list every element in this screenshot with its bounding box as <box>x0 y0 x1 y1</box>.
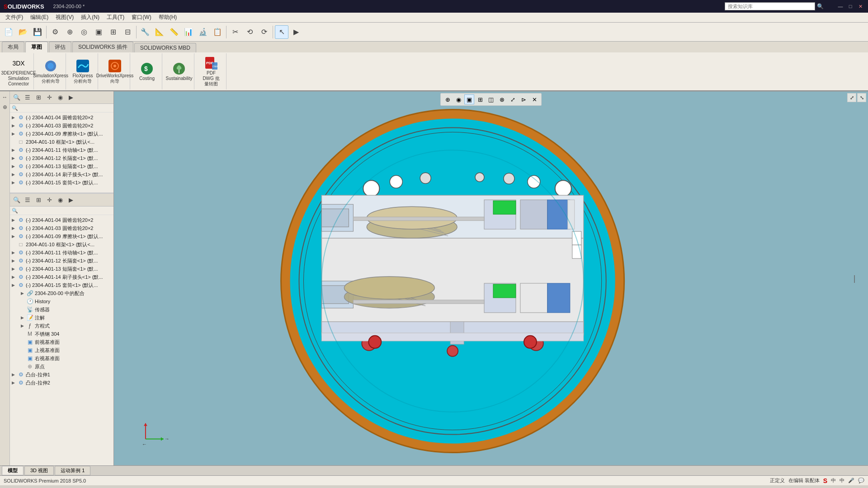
tree2-item-annotation[interactable]: ▶📝 注解 <box>10 314 113 322</box>
vt-btn4[interactable]: ⊞ <box>475 94 485 104</box>
tree-item-a01-03[interactable]: ▶⚙ (-) 2304-A01-03 圆锥齿轮20×2 <box>10 122 113 130</box>
pt-add[interactable]: ✛ <box>44 93 54 103</box>
menu-tools[interactable]: 工具(T) <box>103 13 128 22</box>
tree2-item-boss-extrude2[interactable]: ▶⚙ 凸台-拉伸2 <box>10 379 113 387</box>
tree2-item-front-plane[interactable]: ▶▣ 前视基准面 <box>10 338 113 346</box>
tb-btn6[interactable]: ⊟ <box>121 25 134 39</box>
pt-circle[interactable]: ◉ <box>55 93 65 103</box>
tree2-item-a01-14[interactable]: ▶⚙ (-) 2304-A01-14 刷子接头<1> (默... <box>10 273 113 281</box>
tb-btn13[interactable]: ✂ <box>228 25 242 39</box>
tb-btn16[interactable]: ▶ <box>289 25 303 39</box>
tb-btn7[interactable]: 🔧 <box>138 25 152 39</box>
btn-simulationxpress[interactable]: SimulationXpress分析向导 <box>39 57 62 85</box>
btn-floXpress[interactable]: FloXpress分析向导 <box>71 57 94 85</box>
pt-grid[interactable]: ⊞ <box>33 93 43 103</box>
tree2-item-top-plane[interactable]: ▶▣ 上视基准面 <box>10 346 113 354</box>
vt-btn2[interactable]: ◉ <box>453 94 463 104</box>
tb-btn5[interactable]: ⊞ <box>106 25 120 39</box>
tree2-item-material[interactable]: ▶M 不锈钢 304 <box>10 330 113 338</box>
vt-btn8[interactable]: ⊳ <box>519 94 528 104</box>
bottom-tab-model[interactable]: 模型 <box>2 466 24 475</box>
tab-layout[interactable]: 布局 <box>2 42 24 52</box>
tb-new[interactable]: 📄 <box>2 25 15 39</box>
tree2-item-history[interactable]: ▶🕐 History <box>10 297 113 305</box>
bottom-tab-3d[interactable]: 3D 视图 <box>24 466 54 475</box>
tree2-item-a01-15[interactable]: ▶⚙ (-) 2304-A01-15 套筒<1> (默认... <box>10 281 113 289</box>
tb-btn2[interactable]: ⊕ <box>63 25 76 39</box>
menu-window[interactable]: 窗口(W) <box>128 13 155 22</box>
tab-sw-mbd[interactable]: SOLIDWORKS MBD <box>134 43 196 52</box>
tree-item-a01-11[interactable]: ▶⚙ (-) 2304-A01-11 传动轴<1> (默... <box>10 146 113 154</box>
side-icon-2[interactable]: ⊕ <box>1 103 9 111</box>
tree2-item-a01-03[interactable]: ▶⚙ (-) 2304-A01-03 圆锥齿轮20×2 <box>10 224 113 232</box>
side-icon-1[interactable]: ↔ <box>1 93 9 101</box>
tree2-item-mating[interactable]: ▶🔗 2304-Z00-00 中的配合 <box>10 289 113 297</box>
minimize-button[interactable]: — <box>836 3 844 10</box>
tree2-item-a01-13[interactable]: ▶⚙ (-) 2304-A01-13 短隔套<1> (默... <box>10 265 113 273</box>
vt-btn1[interactable]: ⊕ <box>443 94 453 104</box>
tb-btn1[interactable]: ⚙ <box>48 25 62 39</box>
tree2-item-a01-09[interactable]: ▶⚙ (-) 2304-A01-09 摩擦块<1> (默认... <box>10 232 113 240</box>
pt-arrow[interactable]: ▶ <box>66 93 76 103</box>
tree-item-a01-12[interactable]: ▶⚙ (-) 2304-A01-12 长隔套<1> (默... <box>10 154 113 162</box>
maximize-button[interactable]: □ <box>846 3 854 10</box>
btn-3dexperience[interactable]: 3DX 3DEXPERIENCESimulationConnector <box>7 55 30 88</box>
tree2-item-origin[interactable]: ▶⊕ 原点 <box>10 362 113 371</box>
pt2-add[interactable]: ✛ <box>44 195 54 205</box>
tree-item-a01-09[interactable]: ▶⚙ (-) 2304-A01-09 摩擦块<1> (默认... <box>10 130 113 138</box>
tb-open[interactable]: 📂 <box>16 25 30 39</box>
pt2-list[interactable]: ☰ <box>23 195 33 205</box>
tb-btn10[interactable]: 📊 <box>182 25 195 39</box>
pt2-search[interactable]: 🔍 <box>12 195 22 205</box>
btn-driveWorksXpress[interactable]: DriveWorksXpress向导 <box>104 57 126 85</box>
vt-btn3[interactable]: ▣ <box>464 94 474 104</box>
tab-sketch[interactable]: 草图 <box>25 42 48 52</box>
tree-item-a01-13[interactable]: ▶⚙ (-) 2304-A01-13 短隔套<1> (默... <box>10 162 113 170</box>
menu-help[interactable]: 帮助(H) <box>155 13 181 22</box>
tree2-item-sensor[interactable]: ▶📡 传感器 <box>10 305 113 314</box>
menu-edit[interactable]: 编辑(E) <box>27 13 52 22</box>
tb-btn14[interactable]: ⟲ <box>243 25 256 39</box>
menu-view[interactable]: 视图(V) <box>52 13 77 22</box>
tree-item-a01-15-1[interactable]: ▶⚙ (-) 2304-A01-15 套筒<1> (默认... <box>10 178 113 187</box>
btn-pdf[interactable]: PDF DWG PDFDWG 批量转图 <box>200 55 222 88</box>
btn-sustainability[interactable]: Sustainability <box>168 60 190 83</box>
btn-costing[interactable]: $ Costing <box>136 60 158 83</box>
pt2-circle[interactable]: ◉ <box>55 195 65 205</box>
tb-btn12[interactable]: 📋 <box>211 25 224 39</box>
tree-item-a01-14[interactable]: ▶⚙ (-) 2304-A01-14 刷子接头<1> (默... <box>10 170 113 178</box>
tree2-item-right-plane[interactable]: ▶▣ 右视基准面 <box>10 354 113 362</box>
tb-save[interactable]: 💾 <box>31 25 44 39</box>
tab-sw-plugins[interactable]: SOLIDWORKS 插件 <box>72 42 133 52</box>
tree2-item-a01-11[interactable]: ▶⚙ (-) 2304-A01-11 传动轴<1> (默... <box>10 249 113 257</box>
pt2-arrow[interactable]: ▶ <box>66 195 76 205</box>
tree-item-a01-04[interactable]: ▶⚙ (-) 2304-A01-04 圆锥齿轮20×2 <box>10 113 113 122</box>
vt-btn7[interactable]: ⤢ <box>508 94 518 104</box>
menu-file[interactable]: 文件(F) <box>2 13 27 22</box>
pt-list[interactable]: ☰ <box>23 93 33 103</box>
tree2-item-equations[interactable]: ▶ƒ 方程式 <box>10 322 113 330</box>
tb-btn9[interactable]: 📏 <box>167 25 181 39</box>
vt-expand1[interactable]: ⤢ <box>847 93 856 102</box>
tab-evaluate[interactable]: 评估 <box>49 42 71 52</box>
tree2-item-a01-12[interactable]: ▶⚙ (-) 2304-A01-12 长隔套<1> (默... <box>10 257 113 265</box>
bottom-tab-motion[interactable]: 运动算例 1 <box>55 466 90 475</box>
vt-expand2[interactable]: ⤡ <box>857 93 866 102</box>
tb-btn3[interactable]: ◎ <box>77 25 91 39</box>
tb-btn8[interactable]: 📐 <box>153 25 166 39</box>
tree2-item-boss-extrude1[interactable]: ▶⚙ 凸台-拉伸1 <box>10 371 113 379</box>
vt-btn6[interactable]: ⊗ <box>497 94 507 104</box>
vt-btn9[interactable]: ✕ <box>529 94 539 104</box>
pt2-grid[interactable]: ⊞ <box>33 195 43 205</box>
viewport[interactable]: ← → | ⊕ ◉ ▣ ⊞ ◫ ⊗ ⤢ ⊳ ✕ ⤢ ⤡ <box>114 91 868 465</box>
tb-btn15[interactable]: ⟳ <box>257 25 271 39</box>
tb-btn11[interactable]: 🔬 <box>196 25 210 39</box>
menu-insert[interactable]: 插入(N) <box>77 13 103 22</box>
vt-btn5[interactable]: ◫ <box>486 94 496 104</box>
search-input[interactable] <box>725 2 815 10</box>
tb-select[interactable]: ↖ <box>275 25 288 39</box>
tb-btn4[interactable]: ▣ <box>92 25 105 39</box>
close-button[interactable]: ✕ <box>856 3 864 10</box>
pt-search[interactable]: 🔍 <box>12 93 22 103</box>
tree2-item-a01-10[interactable]: ▶□ 2304-A01-10 框架<1> (默认<... <box>10 240 113 249</box>
